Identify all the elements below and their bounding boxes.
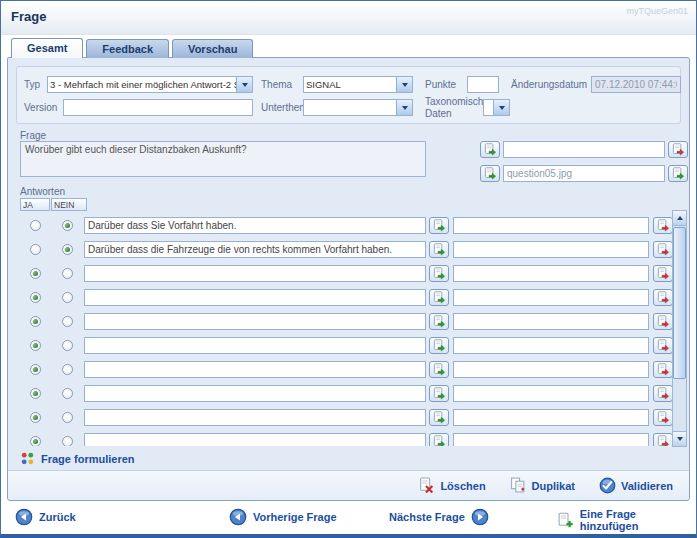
taxonomische-dropdown-arrow-icon[interactable] [493,100,509,115]
answer-text-input[interactable] [84,265,426,282]
frage-textarea[interactable]: Worüber gibt euch dieser Distanzbaken Au… [20,141,426,177]
answer-media-remove-button[interactable] [653,265,672,282]
frage-media-edit-button[interactable] [480,141,500,158]
answer-media-input[interactable] [453,385,649,402]
radio-nein[interactable] [62,340,73,351]
answer-text-input[interactable] [84,289,426,306]
radio-nein[interactable] [62,268,73,279]
naechste-frage-button[interactable]: Nächste Frage [389,508,489,526]
answer-text-input[interactable] [84,337,426,354]
unterthema-dropdown-arrow-icon[interactable] [396,100,412,115]
radio-ja[interactable] [30,292,41,303]
radio-ja[interactable] [30,388,41,399]
answer-media-edit-button[interactable] [429,241,449,258]
radio-nein[interactable] [62,316,73,327]
answer-media-remove-button[interactable] [653,217,672,234]
thema-dropdown-arrow-icon[interactable] [396,77,412,92]
answer-media-edit-button[interactable] [429,361,449,378]
radio-nein[interactable] [62,412,73,423]
frage-media-remove-button[interactable] [668,141,688,158]
answer-media-remove-button[interactable] [653,409,672,426]
frage-image-remove-button[interactable] [668,165,688,182]
answer-row [20,310,672,334]
radio-nein[interactable] [62,292,73,303]
answer-media-remove-button[interactable] [653,433,672,446]
eine-frage-hinzufuegen-button[interactable]: Eine Frage hinzufügen [557,508,696,532]
answer-media-edit-button[interactable] [429,217,449,234]
answer-media-edit-button[interactable] [429,289,449,306]
answer-media-edit-button[interactable] [429,265,449,282]
answer-media-input[interactable] [453,265,649,282]
answer-media-remove-button[interactable] [653,361,672,378]
radio-ja[interactable] [30,436,41,446]
typ-dropdown-arrow-icon[interactable] [236,77,252,92]
answer-text-input[interactable] [84,433,426,446]
frage-image-edit-button[interactable] [480,165,500,182]
answer-media-input[interactable] [453,409,649,426]
answer-text-input[interactable] [84,409,426,426]
taxonomische-select[interactable] [483,99,510,116]
answer-media-input[interactable] [453,361,649,378]
duplikat-button[interactable]: Duplikat [510,477,575,494]
tab-feedback[interactable]: Feedback [86,39,169,58]
insert-media-icon [484,167,497,180]
radio-ja[interactable] [30,364,41,375]
answer-media-input[interactable] [453,313,649,330]
frage-media-url-input[interactable] [503,141,665,158]
thema-select-value: SIGNAL [304,79,396,90]
titlebar: Frage myTQueGen01 [1,1,696,35]
radio-nein[interactable] [62,244,73,255]
validieren-button[interactable]: Validieren [599,477,673,494]
tab-gesamt[interactable]: Gesamt [11,38,83,58]
answer-media-input[interactable] [453,289,649,306]
zurueck-label: Zurück [39,511,76,523]
typ-select[interactable]: 3 - Mehrfach mit einer möglichen Antwort… [47,76,253,93]
answer-media-remove-button[interactable] [653,241,672,258]
tab-vorschau[interactable]: Vorschau [172,39,253,58]
answer-media-edit-button[interactable] [429,337,449,354]
radio-ja[interactable] [30,340,41,351]
radio-ja[interactable] [30,316,41,327]
radio-ja[interactable] [30,268,41,279]
radio-ja[interactable] [30,220,41,231]
unterthema-select[interactable] [303,99,413,116]
thema-select[interactable]: SIGNAL [303,76,413,93]
remove-media-icon [657,315,670,328]
answer-media-input[interactable] [453,241,649,258]
punkte-input[interactable] [467,76,499,93]
answer-media-remove-button[interactable] [653,289,672,306]
frage-formulieren-button[interactable]: Frage formulieren [20,451,135,466]
scrollbar-thumb[interactable] [673,227,686,379]
zurueck-button[interactable]: Zurück [15,508,76,526]
answer-media-remove-button[interactable] [653,385,672,402]
scroll-down-icon[interactable] [673,431,686,446]
frage-image-filename-input[interactable] [503,165,665,182]
radio-nein[interactable] [62,220,73,231]
loeschen-button[interactable]: Löschen [418,477,485,494]
answer-text-input[interactable] [84,385,426,402]
answer-media-remove-button[interactable] [653,337,672,354]
answer-media-edit-button[interactable] [429,313,449,330]
answer-media-edit-button[interactable] [429,409,449,426]
radio-nein[interactable] [62,388,73,399]
answer-text-input[interactable] [84,313,426,330]
radio-nein[interactable] [62,364,73,375]
answer-media-edit-button[interactable] [429,385,449,402]
answer-media-input[interactable] [453,433,649,446]
answers-scrollbar[interactable] [672,210,687,447]
answer-media-input[interactable] [453,337,649,354]
version-input[interactable] [63,99,253,116]
answer-media-remove-button[interactable] [653,313,672,330]
answer-text-input[interactable] [84,361,426,378]
radio-nein[interactable] [62,436,73,446]
scroll-up-icon[interactable] [673,211,686,226]
vorherige-frage-button[interactable]: Vorherige Frage [229,508,337,526]
radio-ja[interactable] [30,244,41,255]
column-header-nein: NEIN [51,198,87,211]
answer-text-input[interactable] [84,241,426,258]
remove-media-icon [657,435,670,446]
radio-ja[interactable] [30,412,41,423]
answer-media-edit-button[interactable] [429,433,449,446]
answer-media-input[interactable] [453,217,649,234]
answer-text-input[interactable] [84,217,426,234]
